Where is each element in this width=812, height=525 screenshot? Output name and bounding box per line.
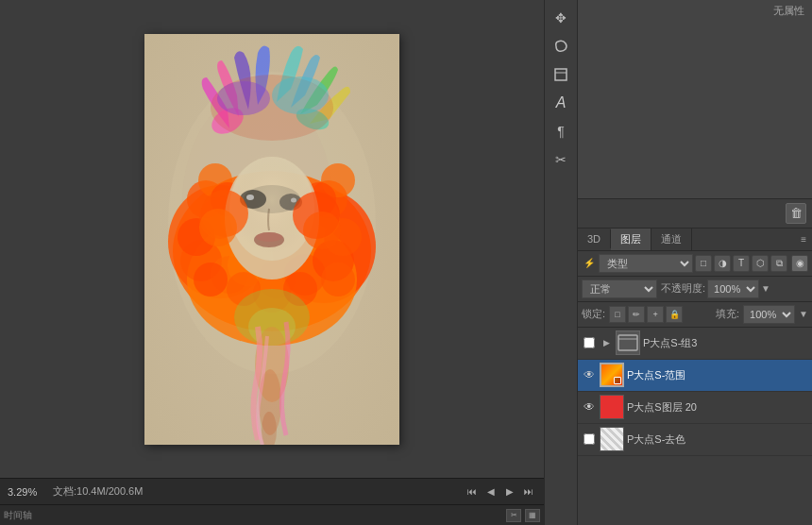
opacity-select[interactable]: 100% bbox=[707, 279, 759, 298]
artwork bbox=[144, 34, 399, 445]
svg-point-52 bbox=[199, 209, 237, 246]
layers-tabs: 3D 图层 通道 ≡ bbox=[578, 228, 812, 251]
svg-point-21 bbox=[194, 262, 228, 296]
layer-name: P大点S-范围 bbox=[627, 368, 808, 382]
timeline-label: 时间轴 bbox=[4, 509, 32, 522]
layer-name: P大点S图层 20 bbox=[627, 400, 808, 415]
lock-row: 锁定: □ ✏ + 🔒 填充: 100% ▼ bbox=[578, 302, 812, 328]
timeline-cut-btn[interactable]: ✂ bbox=[506, 509, 521, 522]
layer-row[interactable]: 👁 P大点S-范围 bbox=[578, 360, 812, 392]
doc-info: 文档:10.4M/200.6M bbox=[53, 484, 143, 499]
no-properties-label: 无属性 bbox=[773, 4, 804, 18]
right-panel: 无属性 🗑 3D 图层 通道 ≡ ⚡ 类型 □ ◑ T ⬡ ⧉ ◉ 正常 不透明… bbox=[578, 0, 812, 525]
tab-3d[interactable]: 3D bbox=[578, 229, 611, 248]
layer-thumbnail bbox=[600, 363, 624, 387]
fill-label: 填充: bbox=[716, 307, 739, 321]
layer-thumbnail bbox=[600, 395, 624, 419]
timeline-grid-btn[interactable]: ▦ bbox=[525, 509, 540, 522]
filter-icons: □ ◑ T ⬡ ⧉ bbox=[695, 255, 787, 272]
lock-icons: □ ✏ + 🔒 bbox=[609, 306, 683, 323]
move-tool-btn[interactable]: ✥ bbox=[548, 5, 574, 31]
layer-name: P大点S-组3 bbox=[643, 336, 808, 350]
crop-tool-btn[interactable] bbox=[548, 61, 574, 88]
layer-thumbnail bbox=[616, 330, 640, 355]
svg-rect-56 bbox=[555, 69, 567, 80]
next-frame-btn[interactable]: ⏭ bbox=[521, 484, 536, 500]
layer-row[interactable]: 👁 P大点S图层 20 bbox=[578, 392, 812, 424]
blend-mode-select[interactable]: 正常 bbox=[582, 279, 657, 298]
fill-select[interactable]: 100% bbox=[743, 305, 795, 324]
play-controls: ⏮ ◀ ▶ ⏭ bbox=[465, 484, 536, 500]
delete-btn-area: 🗑 bbox=[578, 198, 812, 228]
lasso-tool-btn[interactable] bbox=[548, 33, 574, 59]
layer-row[interactable]: ▶ P大点S-组3 bbox=[578, 328, 812, 360]
bottom-bar: 3.29% 文档:10.4M/200.6M ⏮ ◀ ▶ ⏭ bbox=[0, 478, 544, 504]
lock-transparent-btn[interactable]: □ bbox=[609, 306, 626, 323]
skip-back-btn[interactable]: ⏮ bbox=[465, 484, 480, 500]
type-tool-btn[interactable]: A bbox=[548, 90, 574, 116]
lock-pixels-btn[interactable]: ✏ bbox=[628, 306, 645, 323]
paragraph-tool-btn[interactable]: ¶ bbox=[548, 118, 574, 144]
blend-mode-row: 正常 不透明度: 100% ▼ bbox=[578, 277, 812, 302]
filter-icon: ⚡ bbox=[582, 258, 597, 268]
svg-point-54 bbox=[303, 212, 341, 249]
layer-row[interactable]: P大点S-去色 bbox=[578, 424, 812, 456]
zoom-level: 3.29% bbox=[8, 486, 45, 498]
play-btn[interactable]: ▶ bbox=[502, 484, 517, 500]
canvas-area: 3.29% 文档:10.4M/200.6M ⏮ ◀ ▶ ⏭ 时间轴 ✂ ▦ bbox=[0, 0, 544, 525]
layer-expand-btn[interactable]: ▶ bbox=[600, 336, 613, 349]
layer-name: P大点S-去色 bbox=[627, 432, 808, 447]
lock-all-btn[interactable]: 🔒 bbox=[666, 306, 683, 323]
layer-visibility-checkbox[interactable] bbox=[584, 337, 595, 348]
filter-pixel-btn[interactable]: □ bbox=[695, 255, 712, 272]
prev-frame-btn[interactable]: ◀ bbox=[483, 484, 499, 500]
filter-shape-btn[interactable]: ⬡ bbox=[752, 255, 769, 272]
properties-area: 无属性 bbox=[578, 0, 812, 198]
canvas-viewport bbox=[0, 0, 544, 478]
filter-adjustment-btn[interactable]: ◑ bbox=[714, 255, 731, 272]
opacity-label: 不透明度: bbox=[661, 281, 705, 296]
svg-point-40 bbox=[272, 76, 329, 114]
filter-type-select[interactable]: 类型 bbox=[599, 254, 693, 273]
layer-visibility-eye[interactable]: 👁 bbox=[582, 399, 597, 415]
layer-visibility-checkbox[interactable] bbox=[584, 433, 595, 445]
tab-channels[interactable]: 通道 bbox=[651, 229, 692, 250]
opacity-row: 不透明度: 100% ▼ bbox=[661, 279, 808, 298]
filter-toggle-btn[interactable]: ◉ bbox=[791, 255, 808, 272]
filter-smart-btn[interactable]: ⧉ bbox=[770, 255, 787, 272]
lock-position-btn[interactable]: + bbox=[647, 306, 664, 323]
layers-list: ▶ P大点S-组3 👁 P大点S-范围 👁 P大点S图层 20 bbox=[578, 328, 812, 526]
tab-layers[interactable]: 图层 bbox=[611, 229, 651, 250]
filter-type-btn[interactable]: T bbox=[733, 255, 750, 272]
right-toolbar: ✥ A ¶ ✂ bbox=[544, 0, 578, 525]
layer-visibility-eye[interactable]: 👁 bbox=[582, 367, 597, 382]
svg-point-50 bbox=[256, 232, 282, 242]
transform-tool-btn[interactable]: ✂ bbox=[548, 146, 574, 173]
svg-point-41 bbox=[217, 81, 270, 115]
panel-menu-btn[interactable]: ≡ bbox=[795, 230, 812, 248]
svg-point-22 bbox=[321, 262, 355, 296]
svg-rect-58 bbox=[618, 335, 637, 350]
opacity-arrow: ▼ bbox=[761, 283, 770, 294]
layer-thumbnail bbox=[600, 427, 624, 451]
svg-point-55 bbox=[244, 185, 300, 213]
lock-label: 锁定: bbox=[582, 307, 605, 321]
timeline-area: 时间轴 ✂ ▦ bbox=[0, 504, 544, 525]
filter-bar: ⚡ 类型 □ ◑ T ⬡ ⧉ ◉ bbox=[578, 251, 812, 277]
delete-layer-btn[interactable]: 🗑 bbox=[786, 203, 806, 224]
fill-arrow: ▼ bbox=[799, 309, 808, 319]
